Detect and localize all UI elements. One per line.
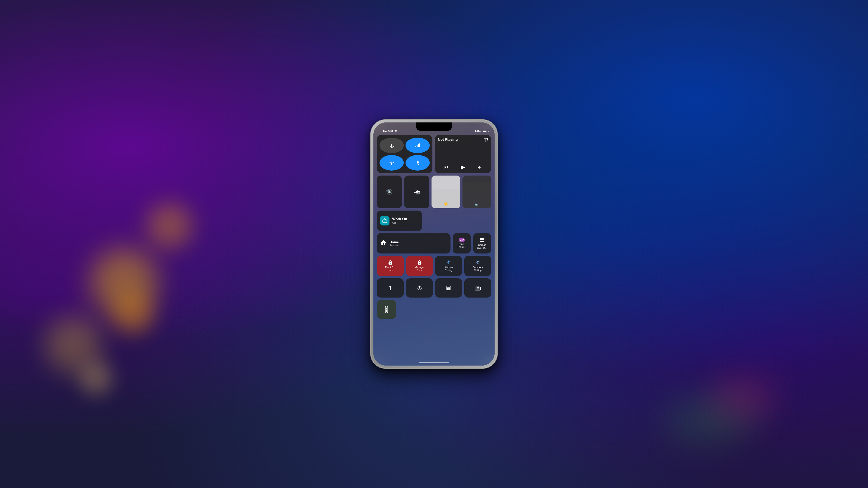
flashlight-button[interactable] [377, 278, 404, 297]
bluetooth-button[interactable] [405, 155, 430, 170]
cc-row-1: Not Playing ⏮ ▶ ⏭ [377, 135, 491, 173]
battery-body [482, 130, 488, 133]
brightness-slider[interactable]: ☀️ [432, 175, 460, 208]
svg-rect-4 [419, 143, 420, 147]
now-playing-title: Not Playing [438, 138, 458, 142]
svg-rect-20 [390, 288, 391, 290]
svg-rect-13 [480, 240, 485, 242]
screen-mirror-button[interactable] [404, 175, 429, 208]
cc-row-focus: Work On On [377, 210, 491, 231]
wifi-status-icon [394, 130, 398, 133]
status-left: ··· No SIM [380, 130, 398, 133]
garage-door-lock-label: GarageDoor [415, 266, 424, 272]
garage-overhead-button[interactable]: GarageOverhe... [473, 233, 491, 254]
airplay-icon[interactable] [484, 138, 488, 143]
svg-point-7 [389, 191, 390, 193]
svg-point-15 [390, 263, 391, 264]
signal-bars: ··· [380, 130, 382, 133]
svg-rect-3 [418, 144, 418, 147]
svg-point-25 [448, 288, 449, 289]
now-playing-header: Not Playing [438, 138, 488, 143]
focus-work-on-button[interactable]: Work On On [377, 210, 422, 231]
cc-row-2: ☀️ 🔈 [377, 175, 491, 208]
home-text: Home Favorites [390, 240, 400, 247]
garage-door-lock-button[interactable]: GarageDoor [406, 256, 433, 276]
home-indicator[interactable] [419, 362, 449, 363]
svg-rect-10 [383, 220, 387, 223]
svg-rect-11 [480, 238, 485, 239]
battery-fill [483, 131, 487, 132]
status-right: 78% [475, 130, 488, 133]
wifi-button[interactable] [379, 155, 404, 170]
svg-point-24 [447, 288, 448, 289]
svg-rect-33 [386, 310, 387, 310]
timer-button[interactable] [406, 278, 433, 297]
calculator-button[interactable] [435, 278, 462, 297]
svg-point-5 [391, 164, 392, 165]
connectivity-tile[interactable] [377, 135, 432, 173]
garage-overhead-label: GarageOverhe... [477, 243, 487, 250]
svg-rect-35 [386, 311, 387, 312]
screen-lock-rotation-button[interactable] [377, 175, 402, 208]
svg-rect-23 [447, 287, 450, 288]
svg-rect-1 [415, 146, 416, 147]
battery-percent-label: 78% [475, 130, 480, 133]
carrier-label: No SIM [383, 130, 393, 133]
svg-point-32 [386, 308, 387, 309]
svg-point-29 [450, 289, 450, 290]
front-door-lock-button[interactable]: Front D...Lock [377, 256, 404, 276]
rewind-button[interactable]: ⏮ [444, 164, 448, 170]
work-on-text: Work On On [392, 217, 407, 224]
iphone-notch [416, 123, 452, 131]
thermostat-badge: 74° [459, 238, 465, 242]
bokeh-light [113, 294, 154, 334]
now-playing-controls: ⏮ ▶ ⏭ [438, 164, 488, 170]
bokeh-light [79, 361, 113, 395]
now-playing-tile[interactable]: Not Playing ⏮ ▶ ⏭ [435, 135, 491, 173]
work-on-label: Work On [392, 217, 407, 221]
remote-button[interactable] [377, 300, 396, 319]
control-center: Not Playing ⏮ ▶ ⏭ [377, 135, 491, 357]
svg-point-26 [450, 288, 450, 289]
svg-rect-9 [416, 191, 420, 194]
iphone-screen: ··· No SIM 78% [373, 123, 495, 365]
play-pause-button[interactable]: ▶ [461, 164, 465, 170]
home-favorites-button[interactable]: Home Favorites [377, 233, 451, 254]
svg-point-27 [447, 289, 448, 290]
home-label: Home [390, 240, 400, 244]
cc-row-remote [377, 300, 491, 319]
work-on-sub-label: On [392, 221, 407, 224]
fast-forward-button[interactable]: ⏭ [477, 164, 482, 170]
svg-rect-34 [386, 310, 387, 311]
iphone-frame: ··· No SIM 78% [371, 120, 497, 368]
svg-rect-2 [416, 145, 417, 147]
cc-row-home: Home Favorites 74° Living...Therm... [377, 233, 491, 254]
svg-point-17 [419, 263, 420, 264]
svg-point-0 [396, 132, 396, 132]
front-door-lock-label: Front D...Lock [385, 266, 396, 272]
bokeh-light [710, 375, 778, 420]
cc-row-quick-actions [377, 278, 491, 297]
kitchen-ceiling-button[interactable]: KitchenCeiling [435, 256, 462, 276]
cellular-button[interactable] [405, 138, 430, 153]
iphone-device: ··· No SIM 78% [371, 120, 497, 368]
svg-point-19 [477, 261, 478, 262]
battery-icon [482, 130, 488, 133]
thermostat-label: Living...Therm... [457, 242, 467, 249]
kitchen-ceiling-label: KitchenCeiling [444, 266, 453, 272]
bedroom-ceiling-button[interactable]: BedroomCeiling [464, 256, 491, 276]
airplane-mode-button[interactable] [379, 138, 404, 153]
svg-rect-12 [480, 239, 485, 240]
thermostat-button[interactable]: 74° Living...Therm... [453, 233, 471, 254]
cc-row-locks: Front D...Lock GarageDoor [377, 256, 491, 276]
svg-point-18 [448, 261, 450, 262]
bokeh-light [147, 203, 192, 249]
work-on-icon [380, 216, 390, 225]
bedroom-ceiling-label: BedroomCeiling [473, 266, 483, 272]
volume-slider[interactable]: 🔈 [463, 175, 491, 208]
svg-point-28 [448, 289, 449, 290]
camera-button[interactable] [464, 278, 491, 297]
home-icon [380, 239, 387, 248]
home-sub-label: Favorites [390, 244, 400, 247]
svg-point-30 [477, 287, 479, 289]
